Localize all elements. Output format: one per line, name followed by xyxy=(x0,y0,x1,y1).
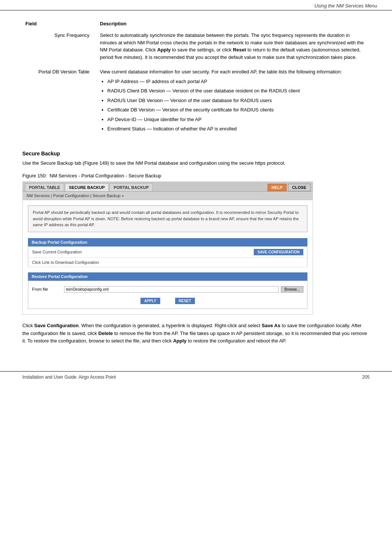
from-file-label: From file xyxy=(32,287,62,291)
reset-button[interactable]: RESET xyxy=(175,298,195,304)
backup-row-action-download xyxy=(181,258,307,267)
backup-row-label-download: Click Link to Download Configuration xyxy=(28,258,182,267)
chapter-title: Using the NM Services Menu xyxy=(314,3,377,9)
file-path-input[interactable] xyxy=(64,286,279,293)
breadcrumb: NM Services | Portal Configuration | Sec… xyxy=(23,192,313,200)
close-button[interactable]: CLOSE xyxy=(288,184,310,191)
apply-button[interactable]: APPLY xyxy=(140,298,160,304)
backup-row-download: Click Link to Download Configuration xyxy=(28,258,307,267)
section-body-secure-backup: Use the Secure Backup tab (Figure 149) t… xyxy=(22,159,370,167)
col-description: Description xyxy=(97,19,370,29)
info-box: Portal AP should be periodically backed … xyxy=(28,205,307,232)
tab-portal-backup[interactable]: PORTAL BACKUP xyxy=(110,183,153,191)
backup-table: Save Current Configuration SAVE CONFIGUR… xyxy=(28,246,307,267)
restore-from-file-row: From file Browse... xyxy=(32,284,303,295)
list-item: Enrollment Status — Indication of whethe… xyxy=(107,125,367,133)
restore-section-header: Restore Portal Configuration xyxy=(28,272,307,281)
list-item: AP IP Address — IP address of each porta… xyxy=(107,78,367,85)
main-content: Field Description Sync Frequency Select … xyxy=(0,10,392,371)
figure-label: Figure 150: NM Services - Portal Configu… xyxy=(22,173,370,179)
list-item: AP Device-ID — Unique identifier for the… xyxy=(107,116,367,123)
page-header: Using the NM Services Menu xyxy=(0,0,392,10)
save-configuration-button[interactable]: SAVE CONFIGURATION xyxy=(254,249,303,255)
page-footer: Installation and User Guide: Airgo Acces… xyxy=(0,371,392,383)
list-item: RADIUS Client DB Version — Version of th… xyxy=(107,87,367,95)
bottom-text: Click Save Configuration. When the confi… xyxy=(22,322,370,345)
ui-screenshot: PORTAL TABLE SECURE BACKUP PORTAL BACKUP… xyxy=(22,181,313,315)
list-item: Certificate DB Version — Version of the … xyxy=(107,106,367,114)
apply-reset-row: APPLY RESET xyxy=(32,295,303,306)
col-field: Field xyxy=(22,19,97,29)
backup-section-header: Backup Portal Configuration xyxy=(28,238,307,246)
footer-left: Installation and User Guide: Airgo Acces… xyxy=(22,375,116,380)
section-heading-secure-backup: Secure Backup xyxy=(22,151,370,157)
ui-body: Portal AP should be periodically backed … xyxy=(23,200,313,314)
field-name-portal-db: Portal DB Version Table xyxy=(22,66,97,140)
list-item: RADIUS User DB Version — Version of the … xyxy=(107,97,367,104)
tab-portal-table[interactable]: PORTAL TABLE xyxy=(25,183,64,191)
bullet-list: AP IP Address — IP address of each porta… xyxy=(107,78,367,133)
table-row: Portal DB Version Table View current dat… xyxy=(22,66,370,140)
backup-row-label-save: Save Current Configuration xyxy=(28,246,182,258)
field-name-sync: Sync Frequency xyxy=(22,29,97,66)
table-row: Sync Frequency Select to automatically s… xyxy=(22,29,370,66)
footer-right: 205 xyxy=(362,375,370,380)
backup-row-save: Save Current Configuration SAVE CONFIGUR… xyxy=(28,246,307,258)
browse-button[interactable]: Browse... xyxy=(281,286,303,293)
backup-row-action-save: SAVE CONFIGURATION xyxy=(181,246,307,258)
tab-secure-backup[interactable]: SECURE BACKUP xyxy=(65,183,109,191)
field-desc-sync: Select to automatically synchronize the … xyxy=(97,29,370,66)
field-description-table: Field Description Sync Frequency Select … xyxy=(22,19,370,140)
help-button[interactable]: HELP xyxy=(268,184,287,191)
field-desc-portal-db: View current database information for us… xyxy=(97,66,370,140)
tab-bar: PORTAL TABLE SECURE BACKUP PORTAL BACKUP… xyxy=(23,182,313,192)
restore-section: From file Browse... APPLY RESET xyxy=(28,281,307,309)
